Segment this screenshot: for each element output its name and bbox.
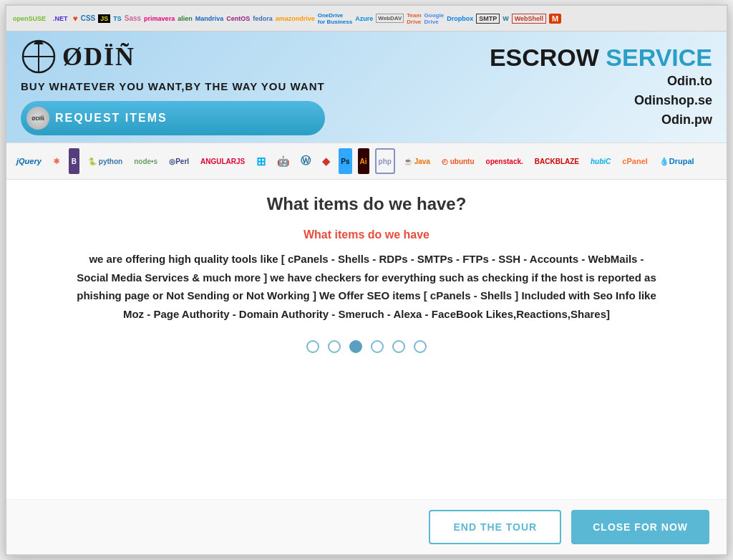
logo-area: ØDÏÑ [21,39,325,74]
odin-logo-icon [21,39,57,74]
request-items-button[interactable]: ØDÏÑ REQUEST ITEMS [21,101,325,135]
dot-4[interactable] [371,340,384,353]
slide-dots [306,340,427,353]
dot-3[interactable] [349,340,362,353]
icon-openstack: openstack. [483,148,526,174]
top-icon-bar: openSUSE .NET ♥ CSS JS TS Sass primavera… [6,6,727,32]
icon-suse: openSUSE [11,14,48,23]
icon-joomla: ⚛ [50,148,63,174]
header-left: ØDÏÑ BUY WHATEVER YOU WANT,BY THE WAY YO… [21,39,325,135]
site-header: ØDÏÑ BUY WHATEVER YOU WANT,BY THE WAY YO… [6,32,727,143]
icon-backblaze: BACKBLAZE [532,148,582,174]
icon-webshell: WebShell [512,14,546,24]
icon-bootstrap: B [69,148,79,174]
icon-angularjs: ANGULARJS [198,148,248,174]
icon-webdav: WebDAV [376,14,404,23]
icon-googledrive: GoogleDrive [424,12,445,25]
dot-2[interactable] [328,340,341,353]
escrow-label: ESCROW [490,44,599,71]
icon-ruby: ◆ [319,148,333,174]
icon-drupal: 💧Drupal [656,148,697,174]
icon-teamdrive: TeamDrive [407,12,421,25]
logo-text: ØDÏÑ [62,42,135,72]
icon-python: 🐍 python [85,148,125,174]
slide-title: What items do we have? [267,194,467,214]
icon-java: ☕ Java [401,148,433,174]
icon-onedrive: OneDrivefor Business [318,12,352,25]
slide-subtitle: What items do we have [304,228,429,241]
icon-azure: Azure [355,15,373,22]
icon-html5: ♥ [73,14,78,24]
icon-centos: CentOS [226,15,250,22]
icon-smtp: SMTP [476,14,500,24]
dot-5[interactable] [392,340,405,353]
icon-mandriva: Mandriva [195,15,224,22]
dot-6[interactable] [414,340,427,353]
icon-perl: ◎Perl [166,148,192,174]
icon-wordpress-top: W [503,15,509,22]
icon-illustrator: Ai [358,148,369,174]
modal-overlay: openSUSE .NET ♥ CSS JS TS Sass primavera… [5,4,728,556]
tech-icon-bar: jQuery ⚛ B 🐍 python node•s ◎Perl ANGULAR… [6,143,727,180]
icon-ms: M [549,14,561,24]
icon-windows: ⊞ [253,148,268,174]
header-tagline: BUY WHATEVER YOU WANT,BY THE WAY YOU WAN… [21,80,325,92]
slide-content: What items do we have? What items do we … [6,180,727,499]
icon-primavera: primavera [144,15,175,22]
close-now-button[interactable]: CLOSE FOR NOW [571,510,709,544]
icon-dropbox: Dropbox [447,15,473,22]
end-tour-button[interactable]: END THE TOUR [429,510,561,544]
icon-android: 🤖 [274,148,292,174]
domain-odinshop: Odinshop.se [490,91,712,110]
footer-buttons: END THE TOUR CLOSE FOR NOW [6,499,727,554]
icon-jquery: jQuery [14,148,44,174]
request-btn-icon: ØDÏÑ [26,107,49,130]
icon-ubuntu: ◴ ubuntu [439,148,477,174]
domain-odin-to: Odin.to [490,72,712,91]
icon-js: JS [98,14,110,23]
escrow-title: ESCROW SERVICE [490,44,712,71]
header-right: ESCROW SERVICE Odin.to Odinshop.se Odin.… [490,44,712,129]
icon-alien: alien [178,15,193,22]
icon-dotnet: .NET [51,14,70,23]
icon-cpanel: cPanel [619,148,650,174]
request-btn-label: REQUEST ITEMS [55,112,168,125]
service-label: SERVICE [606,44,712,71]
domain-links: Odin.to Odinshop.se Odin.pw [490,72,712,130]
icon-wordpress: Ⓦ [298,148,314,174]
slide-body: we are offering high quality tools like … [73,250,660,323]
dot-1[interactable] [306,340,319,353]
domain-odin-pw: Odin.pw [490,110,712,130]
icon-amazondrive: amazondrive [276,15,315,22]
icon-hubic: hubiC [588,148,613,174]
icon-nodejs: node•s [131,148,160,174]
icon-fedora: fedora [253,15,273,22]
icon-css3: CSS [81,14,96,22]
icon-photoshop: Ps [339,148,351,174]
icon-sass: Sass [125,14,141,22]
icon-ts: TS [113,15,122,22]
icon-php: php [375,148,395,174]
